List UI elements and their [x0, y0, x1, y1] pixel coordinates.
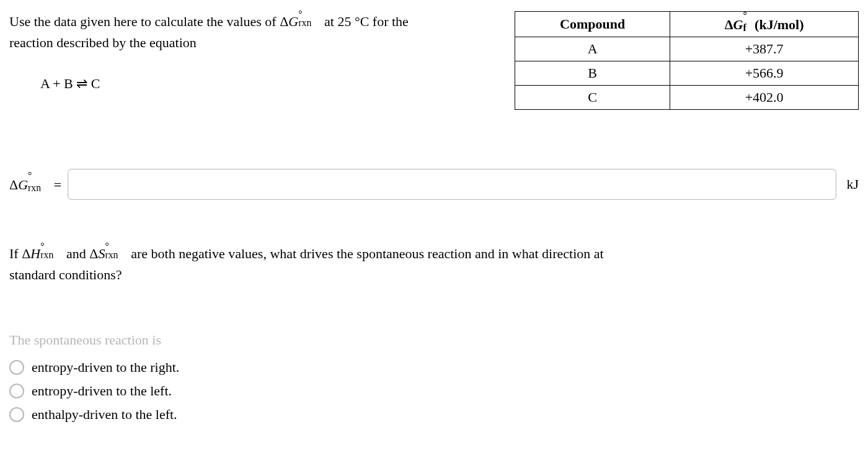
- deltaH-rxn-symbol: ΔH°rxn: [22, 246, 63, 261]
- header-deltaGf: ΔG°f (kJ/mol): [670, 12, 859, 37]
- table-row: B +566.9: [515, 61, 859, 86]
- answer-unit: kJ: [846, 176, 859, 192]
- reaction-equation: A + B ⇌ C: [40, 73, 490, 94]
- deltaG-answer-input[interactable]: [68, 169, 836, 200]
- intro-line-1b: at 25 °C for the: [321, 14, 409, 29]
- answer-row: ΔG°rxn = kJ: [9, 169, 859, 200]
- intro-line-2: reaction described by the equation: [9, 35, 197, 50]
- radio-options: entropy-driven to the right. entropy-dri…: [9, 359, 859, 423]
- radio-icon: [9, 407, 24, 422]
- radio-prompt: The spontaneous reaction is: [9, 332, 859, 348]
- deltaG-rxn-symbol: ΔG°rxn: [280, 14, 321, 29]
- radio-icon: [9, 384, 24, 398]
- radio-icon: [9, 360, 24, 375]
- option-entropy-left[interactable]: entropy-driven to the left.: [9, 383, 859, 399]
- table-header-row: Compound ΔG°f (kJ/mol): [515, 12, 859, 37]
- table-row: C +402.0: [515, 86, 859, 110]
- header-compound: Compound: [515, 12, 670, 37]
- option-label: enthalpy-driven to the left.: [32, 407, 177, 423]
- table-row: A +387.7: [515, 37, 859, 61]
- intro-text: Use the data given here to calculate the…: [9, 11, 490, 94]
- data-table: Compound ΔG°f (kJ/mol) A +387.7 B +566.9…: [515, 11, 859, 110]
- option-entropy-right[interactable]: entropy-driven to the right.: [9, 359, 859, 375]
- option-enthalpy-left[interactable]: enthalpy-driven to the left.: [9, 407, 859, 423]
- cell-value: +566.9: [670, 61, 859, 86]
- deltaS-rxn-symbol: ΔS°rxn: [89, 246, 127, 261]
- option-label: entropy-driven to the left.: [32, 383, 172, 399]
- cell-compound: B: [515, 61, 670, 86]
- top-section: Use the data given here to calculate the…: [9, 11, 859, 110]
- answer-label: ΔG°rxn =: [9, 176, 61, 193]
- cell-compound: A: [515, 37, 670, 61]
- option-label: entropy-driven to the right.: [32, 359, 179, 375]
- intro-line-1a: Use the data given here to calculate the…: [9, 14, 280, 29]
- cell-value: +387.7: [670, 37, 859, 61]
- question-2-text: If ΔH°rxn and ΔS°rxn are both negative v…: [9, 243, 859, 285]
- cell-compound: C: [515, 86, 670, 110]
- question-page: Use the data given here to calculate the…: [0, 0, 868, 443]
- cell-value: +402.0: [670, 86, 859, 110]
